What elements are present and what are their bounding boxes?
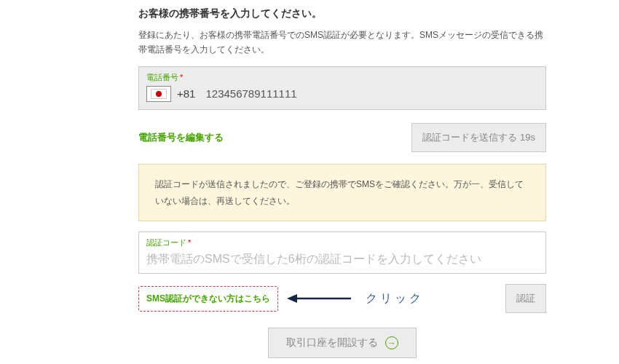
country-flag-japan[interactable] (146, 86, 171, 102)
phone-label: 電話番号 (146, 72, 178, 83)
code-field-container: 認証コード* (138, 232, 546, 274)
open-account-button[interactable]: 取引口座を開設する → (268, 328, 417, 358)
code-required-mark: * (188, 238, 191, 247)
edit-phone-link[interactable]: 電話番号を編集する (138, 131, 224, 144)
verify-button[interactable]: 認証 (505, 284, 546, 313)
sent-notice: 認証コードが送信されましたので、ご登録の携帯でSMSをご確認ください。万が一、受… (138, 164, 546, 222)
dial-code: +81 (177, 87, 195, 100)
svg-marker-1 (287, 294, 297, 303)
phone-field-container: 電話番号* +81 123456789111111 (138, 66, 546, 110)
phone-number-value: 123456789111111 (205, 87, 296, 100)
code-label: 認証コード (146, 237, 186, 248)
arrow-right-circle-icon: → (385, 336, 398, 349)
verification-code-input[interactable] (146, 251, 538, 267)
click-annotation-text: クリック (366, 291, 424, 306)
arrow-left-icon (287, 291, 352, 306)
phone-required-mark: * (180, 73, 183, 82)
open-account-label: 取引口座を開設する (286, 336, 378, 349)
description-text: 登録にあたり、お客様の携帯電話番号でのSMS認証が必要となります。SMSメッセー… (138, 28, 546, 58)
page-title: お客様の携帯番号を入力してください。 (138, 7, 546, 20)
send-code-button[interactable]: 認証コードを送信する 19s (411, 123, 546, 152)
sms-help-link[interactable]: SMS認証ができない方はこちら (138, 286, 278, 312)
